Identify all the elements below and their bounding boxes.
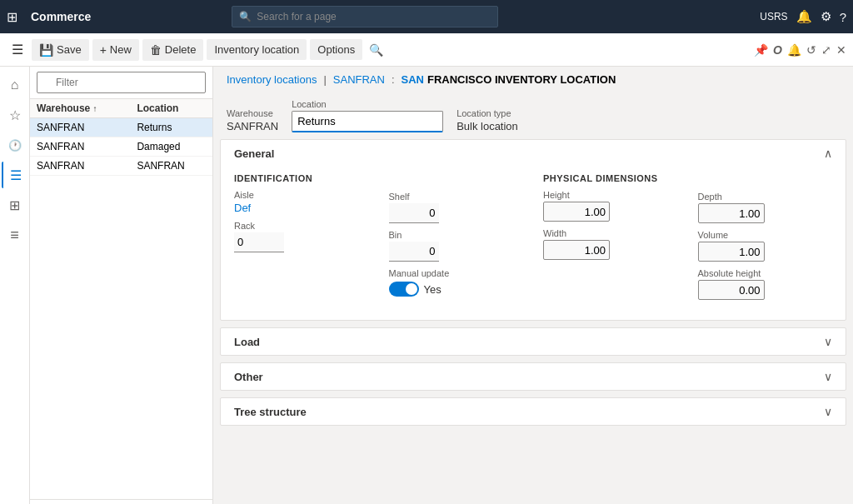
popout-icon[interactable]: ⤢ bbox=[821, 43, 831, 57]
filter-input[interactable] bbox=[37, 72, 206, 93]
warehouse-label: Warehouse bbox=[227, 108, 278, 118]
grid-icon[interactable]: ⊞ bbox=[7, 9, 17, 25]
volume-input[interactable] bbox=[698, 242, 765, 262]
notifications-count-icon[interactable]: 🔔 bbox=[787, 43, 801, 57]
sidebar-item-lines[interactable]: ≡ bbox=[2, 222, 28, 248]
user-label: USRS bbox=[760, 11, 787, 22]
manual-update-toggle[interactable] bbox=[389, 282, 419, 297]
absolute-height-label: Absolute height bbox=[698, 268, 833, 278]
shelf-field: Shelf bbox=[389, 192, 524, 223]
manual-update-toggle-label: Yes bbox=[424, 283, 441, 296]
general-section-header[interactable]: General ∧ bbox=[221, 140, 846, 167]
manual-update-toggle-wrap: Yes bbox=[389, 282, 524, 297]
rack-input[interactable] bbox=[234, 232, 284, 252]
sidebar-item-modules[interactable]: ⊞ bbox=[2, 192, 28, 218]
warehouse-cell: SANFRAN bbox=[30, 157, 130, 176]
table-row[interactable]: SANFRAN Damaged bbox=[30, 137, 212, 157]
settings-icon[interactable]: ⚙ bbox=[821, 9, 831, 24]
breadcrumb-part1[interactable]: SANFRAN bbox=[333, 73, 385, 86]
bin-input[interactable] bbox=[389, 242, 439, 262]
load-section-title: Load bbox=[234, 336, 260, 348]
detail-panel: Inventory locations | SANFRAN : SAN FRAN… bbox=[213, 67, 853, 504]
save-icon: 💾 bbox=[39, 43, 53, 57]
cmd-search-icon[interactable]: 🔍 bbox=[366, 40, 387, 60]
top-nav-bar: ⊞ Commerce 🔍 USRS 🔔 ⚙ ? bbox=[0, 0, 853, 33]
physical-dimensions-col: PHYSICAL DIMENSIONS Height Width bbox=[543, 173, 678, 307]
shelf-bin-col: Shelf Bin Manual update Yes bbox=[389, 173, 524, 307]
shelf-label: Shelf bbox=[389, 192, 524, 202]
side-icon-bar: ⌂ ☆ 🕐 ☰ ⊞ ≡ bbox=[0, 67, 30, 504]
general-chevron-icon: ∧ bbox=[824, 147, 832, 160]
refresh-icon[interactable]: ↺ bbox=[806, 43, 816, 57]
location-cell: Returns bbox=[130, 118, 212, 137]
location-input[interactable] bbox=[292, 111, 443, 132]
sidebar-item-list[interactable]: ☰ bbox=[2, 162, 28, 188]
breadcrumb-link[interactable]: Inventory locations bbox=[227, 73, 317, 86]
sidebar-item-home[interactable]: ⌂ bbox=[2, 72, 28, 98]
close-icon[interactable]: ✕ bbox=[836, 43, 846, 57]
list-scrollbar[interactable] bbox=[30, 499, 212, 504]
filter-area: ⊟ bbox=[30, 67, 212, 99]
identification-title: IDENTIFICATION bbox=[234, 173, 369, 183]
delete-button[interactable]: 🗑 Delete bbox=[142, 39, 204, 61]
height-input[interactable] bbox=[543, 202, 610, 222]
width-input[interactable] bbox=[543, 240, 610, 260]
breadcrumb: Inventory locations | SANFRAN : SAN FRAN… bbox=[213, 67, 853, 92]
nav-right-controls: USRS 🔔 ⚙ ? bbox=[760, 9, 846, 24]
tree-structure-section: Tree structure ∨ bbox=[220, 397, 846, 426]
general-section-title: General bbox=[234, 147, 274, 160]
shelf-input[interactable] bbox=[389, 203, 439, 223]
other-section-title: Other bbox=[234, 371, 263, 383]
width-field: Width bbox=[543, 228, 678, 260]
other-chevron-icon: ∨ bbox=[824, 370, 832, 383]
depth-input[interactable] bbox=[698, 203, 765, 223]
record-fields-row: Warehouse SANFRAN Location Location type… bbox=[213, 92, 853, 136]
tree-chevron-icon: ∨ bbox=[824, 405, 832, 418]
rack-field: Rack bbox=[234, 221, 369, 252]
help-icon[interactable]: ? bbox=[840, 10, 846, 24]
inventory-location-button[interactable]: Inventory location bbox=[207, 39, 307, 60]
depth-vol-col: Depth Volume Absolute height bbox=[698, 173, 833, 307]
window-controls: 📌 O 🔔 ↺ ⤢ ✕ bbox=[754, 43, 846, 57]
tree-section-header[interactable]: Tree structure ∨ bbox=[221, 398, 846, 425]
col-header-location[interactable]: Location bbox=[130, 99, 212, 118]
filter-wrap: ⊟ bbox=[37, 72, 206, 93]
aisle-field: Aisle Def bbox=[234, 190, 369, 214]
warehouse-cell: SANFRAN bbox=[30, 118, 130, 137]
search-icon: 🔍 bbox=[239, 11, 252, 22]
warehouse-value: SANFRAN bbox=[227, 120, 278, 132]
col-header-warehouse[interactable]: Warehouse ↑ bbox=[30, 99, 130, 118]
aisle-value[interactable]: Def bbox=[234, 202, 251, 214]
sidebar-item-recent[interactable]: 🕐 bbox=[2, 132, 28, 158]
app-title: Commerce bbox=[24, 10, 97, 23]
warehouse-field-group: Warehouse SANFRAN bbox=[227, 108, 278, 132]
save-button[interactable]: 💾 Save bbox=[32, 39, 89, 61]
depth-label: Depth bbox=[698, 192, 833, 202]
pin-icon[interactable]: 📌 bbox=[754, 43, 768, 57]
table-row[interactable]: SANFRAN SANFRAN bbox=[30, 157, 212, 176]
other-section-header[interactable]: Other ∨ bbox=[221, 363, 846, 390]
general-section-content: IDENTIFICATION Aisle Def Rack Shelf bbox=[221, 167, 846, 320]
global-search[interactable]: 🔍 bbox=[232, 6, 498, 27]
office-icon[interactable]: O bbox=[773, 43, 782, 57]
absolute-height-input[interactable] bbox=[698, 280, 765, 300]
load-section-header[interactable]: Load ∨ bbox=[221, 328, 846, 355]
search-input[interactable] bbox=[257, 11, 491, 22]
options-button[interactable]: Options bbox=[310, 39, 362, 60]
load-chevron-icon: ∨ bbox=[824, 335, 832, 348]
hamburger-icon[interactable]: ☰ bbox=[7, 38, 28, 61]
notification-icon[interactable]: 🔔 bbox=[796, 9, 812, 24]
list-panel: ⊟ Warehouse ↑ Location bbox=[30, 67, 213, 504]
location-cell: Damaged bbox=[130, 137, 212, 157]
volume-field: Volume bbox=[698, 230, 833, 262]
rack-label: Rack bbox=[234, 221, 369, 231]
absolute-height-field: Absolute height bbox=[698, 268, 833, 300]
height-label: Height bbox=[543, 190, 678, 200]
new-button[interactable]: + New bbox=[92, 39, 139, 61]
tree-section-title: Tree structure bbox=[234, 406, 307, 418]
sidebar-item-favorites[interactable]: ☆ bbox=[2, 102, 28, 128]
breadcrumb-part3: FRANCISCO INVENTORY LOCATION bbox=[427, 73, 616, 86]
command-bar: ☰ 💾 Save + New 🗑 Delete Inventory locati… bbox=[0, 33, 853, 67]
new-icon: + bbox=[100, 43, 107, 57]
table-row[interactable]: SANFRAN Returns bbox=[30, 118, 212, 137]
